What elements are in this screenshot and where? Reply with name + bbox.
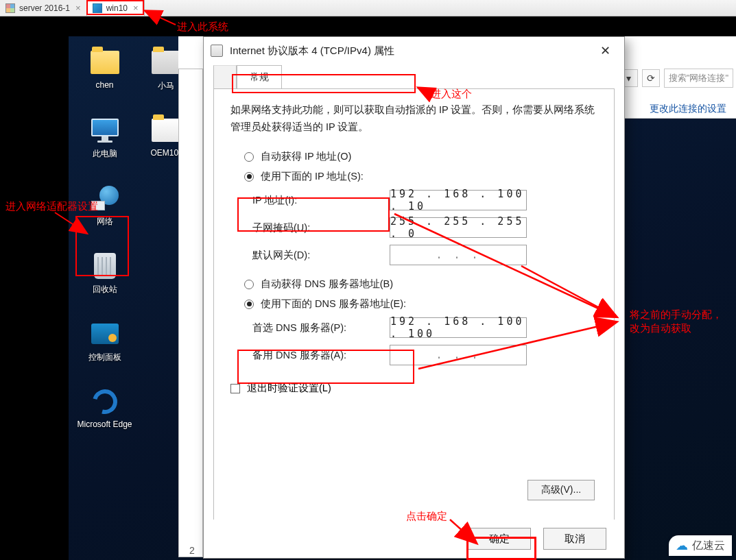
desktop-icon-edge[interactable]: Microsoft Edge [75,382,134,448]
underlying-page-number: 2 [189,545,195,556]
desktop-icon-label: Microsoft Edge [77,419,132,429]
dialog-titlebar[interactable]: Internet 协议版本 4 (TCP/IPv4) 属性 ✕ [204,37,624,64]
vm-tab-bar: server 2016-1 × win10 × [0,0,736,16]
cancel-button[interactable]: 取消 [543,528,606,550]
radio-icon [244,152,254,162]
radio-icon [244,300,254,309]
tab-panel-general: 如果网络支持此功能，则可以获取自动指派的 IP 设置。否则，你需要从网络系统管理… [213,88,615,541]
computer-icon [91,119,119,143]
vm-tab-win10[interactable]: win10 × [87,0,145,16]
radio-icon [244,172,254,182]
dialog-description: 如果网络支持此功能，则可以获取自动指派的 IP 设置。否则，你需要从网络系统管理… [230,101,597,135]
validate-checkbox-row[interactable]: 退出时验证设置(L) [230,382,597,395]
dns-fields: 首选 DNS 服务器(P): 192 . 168 . 100 . 100 备用 … [252,317,597,365]
radio-auto-ip[interactable]: 自动获得 IP 地址(O) [244,150,597,163]
desktop-icon-network[interactable]: 网络 [75,179,134,244]
explorer-toolbar: ▾ ⟳ 搜索"网络连接" [620,69,733,88]
vm-tab-label: win10 [106,3,128,13]
advanced-button[interactable]: 高级(V)... [527,480,595,500]
desktop-icon-label: 此电脑 [93,148,117,160]
folder-icon [91,51,119,74]
tab-hidden[interactable] [213,65,237,89]
desktop-icon-chen[interactable]: chen [75,43,134,108]
radio-label: 使用下面的 IP 地址(S): [261,170,364,183]
close-icon[interactable]: × [133,3,139,13]
anno-text-enter-system: 进入此系统 [177,21,228,34]
explorer-search-input[interactable]: 搜索"网络连接" [664,69,733,88]
desktop-icon-recycle-bin[interactable]: 回收站 [75,247,134,312]
radio-auto-dns[interactable]: 自动获得 DNS 服务器地址(B) [244,278,597,291]
refresh-button[interactable]: ⟳ [642,69,660,87]
checkbox-label: 退出时验证设置(L) [247,382,331,395]
radio-label: 自动获得 DNS 服务器地址(B) [261,278,393,291]
watermark: ☁ 亿速云 [669,535,732,556]
dialog-button-row: 确定 取消 [204,520,624,558]
radio-icon [244,280,254,289]
monitor-icon [5,3,15,13]
dns1-input[interactable]: 192 . 168 . 100 . 100 [390,317,527,338]
desktop-icons: chen 小马 此电脑 OEM10. 网络 回收站 控制面板 [75,43,195,448]
close-icon[interactable]: × [75,3,81,13]
dns2-label: 备用 DNS 服务器(A): [252,349,390,362]
dns2-input[interactable]: . . . [390,345,527,365]
folder-icon [152,51,180,74]
vm-tab-server2016[interactable]: server 2016-1 × [0,0,87,16]
dns1-label: 首选 DNS 服务器(P): [252,321,390,334]
underlying-dialog-edge [178,69,203,557]
subnet-mask-label: 子网掩码(U): [252,221,390,234]
folder-icon [152,119,180,142]
dialog-icon [211,45,223,57]
ipv4-properties-dialog: Internet 协议版本 4 (TCP/IPv4) 属性 ✕ 常规 如果网络支… [203,36,625,559]
close-button[interactable]: ✕ [593,41,617,60]
windows-icon [93,3,102,13]
vm-tab-label: server 2016-1 [19,3,70,13]
ip-address-label: IP 地址(I): [252,194,390,207]
radio-label: 使用下面的 DNS 服务器地址(E): [261,297,406,311]
desktop-icon-label: 回收站 [93,284,117,295]
desktop-icon-this-pc[interactable]: 此电脑 [75,111,134,176]
desktop-icon-label: 网络 [97,216,113,228]
tab-general[interactable]: 常规 [237,65,282,89]
change-connection-settings-link[interactable]: 更改此连接的设置 [650,103,726,115]
recycle-bin-icon [94,253,116,279]
radio-label: 自动获得 IP 地址(O) [261,150,351,163]
gateway-label: 默认网关(D): [252,249,390,262]
desktop-icon-label: OEM10. [150,148,180,158]
dialog-title: Internet 协议版本 4 (TCP/IPv4) 属性 [230,45,593,58]
search-placeholder: 搜索"网络连接" [669,72,728,84]
desktop-icon-label: 控制面板 [88,352,121,363]
desktop-icon-control-panel[interactable]: 控制面板 [75,315,134,380]
edge-icon [88,385,121,418]
checkbox-icon [230,384,240,393]
ok-button[interactable]: 确定 [468,528,531,550]
control-panel-icon [91,324,119,344]
ip-fields: IP 地址(I): 192 . 168 . 100 . 10 子网掩码(U): … [252,190,597,265]
desktop-icon-label: 小马 [158,80,174,92]
gateway-input[interactable]: . . . [390,245,527,265]
radio-manual-ip[interactable]: 使用下面的 IP 地址(S): [244,170,597,183]
ip-address-input[interactable]: 192 . 168 . 100 . 10 [390,190,527,210]
cloud-icon: ☁ [676,538,688,553]
subnet-mask-input[interactable]: 255 . 255 . 255 . 0 [390,217,527,238]
dialog-tab-strip: 常规 [204,64,624,88]
network-icon [91,186,119,210]
radio-manual-dns[interactable]: 使用下面的 DNS 服务器地址(E): [244,297,597,311]
watermark-text: 亿速云 [692,539,725,553]
desktop-icon-label: chen [95,80,113,90]
